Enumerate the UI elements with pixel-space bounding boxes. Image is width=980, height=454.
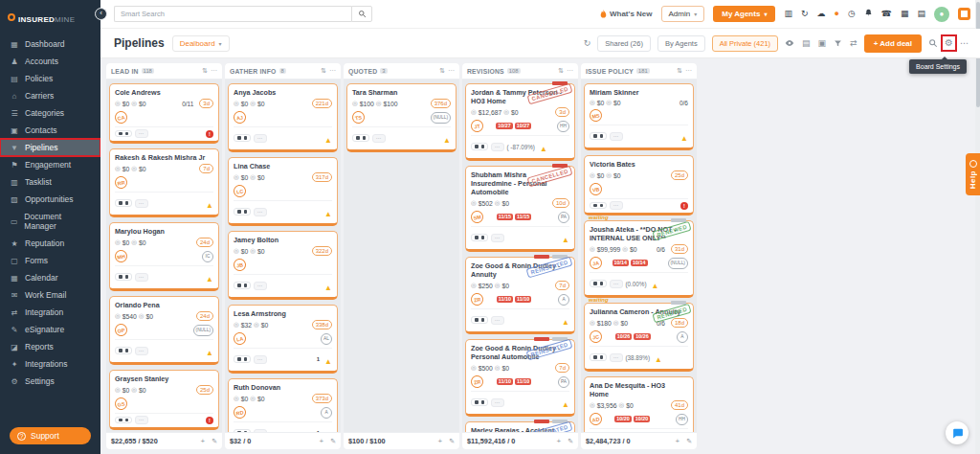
edit-column-icon[interactable]: ✎ [568,438,573,445]
column-more-icon[interactable]: ⋯ [448,67,455,75]
shared-filter-button[interactable]: Shared (26) [597,35,651,52]
card-action-icons[interactable] [471,316,488,324]
gear-icon[interactable]: ⚙ [945,38,953,48]
card-more-icon[interactable]: ⋯ [610,280,623,288]
refresh-icon[interactable]: ↻ [584,39,591,48]
phone-icon[interactable]: ☎ [881,10,892,18]
card-action-icons[interactable] [115,417,132,424]
card-more-icon[interactable]: ⋯ [135,416,148,424]
sort-icon[interactable]: ⇅ [558,67,564,75]
sidebar-item-integration[interactable]: ⇄Integration [0,304,100,321]
deal-card[interactable]: Miriam Skinner◎$0◎$00/6MS⋯▲ [584,83,694,150]
column-more-icon[interactable]: ⋯ [567,67,573,75]
sync-icon[interactable]: ↻ [801,10,809,18]
deal-card[interactable]: Tara Sharman◎$100◎$100376dTS(NULL)⋯▲ [346,83,457,152]
status-dot-icon[interactable]: ● [834,10,838,18]
deal-card[interactable]: Lina Chase◎$0◎$0317dLC⋯▲ [228,157,338,226]
admin-dropdown[interactable]: Admin ▾ [661,6,705,22]
sidebar-item-settings[interactable]: ⚙Settings [0,373,100,390]
sidebar-item-work-email[interactable]: ✉Work Email [0,286,100,304]
card-more-icon[interactable]: ⋯ [491,234,504,242]
column-more-icon[interactable]: ⋯ [685,67,692,75]
card-action-icons[interactable] [590,202,607,210]
card-action-icons[interactable] [471,143,488,150]
sidebar-item-integrations[interactable]: ✦Integrations [0,355,100,373]
add-card-icon[interactable]: + [200,437,205,445]
add-card-icon[interactable]: + [437,437,442,445]
all-private-filter-button[interactable]: All Private (421) [712,35,778,52]
edit-column-icon[interactable]: ✎ [330,438,336,445]
sidebar-item-reports[interactable]: ◪Reports [0,338,100,355]
deal-card[interactable]: waitingRENEWEDJulianna Cameron - Annuity… [584,303,694,372]
card-more-icon[interactable]: ⋯ [254,355,267,364]
card-action-icons[interactable] [471,398,488,406]
card-more-icon[interactable]: ⋯ [610,132,623,141]
bell-icon[interactable] [864,9,873,19]
column-more-icon[interactable]: ⋯ [211,67,217,75]
deal-card[interactable]: Orlando Pena◎$540◎$024dOP(NULL)⋯▲ [109,296,219,365]
deal-card[interactable]: Victoria Bates◎$0◎$025dVB⋯! [584,155,694,216]
sidebar-item-tasklist[interactable]: ▥Tasklist [0,173,100,191]
card-action-icons[interactable] [234,208,251,216]
edit-column-icon[interactable]: ✎ [686,438,692,445]
by-agents-filter-button[interactable]: By Agents [657,35,705,52]
card-action-icons[interactable] [352,134,369,142]
column-more-icon[interactable]: ⋯ [329,67,336,75]
card-view-icon[interactable]: ▤ [802,39,811,48]
add-deal-button[interactable]: + Add deal [864,34,922,53]
deal-card[interactable]: CANCELLEDShubham Mishra Insuredmine - Pe… [465,166,575,252]
card-action-icons[interactable] [590,353,607,361]
deal-card[interactable]: REINSTATEDMarley Barajas - Accident◎$150… [465,421,575,432]
help-tab[interactable]: Help [966,153,980,195]
sidebar-item-dashboard[interactable]: ▦Dashboard [0,35,100,53]
sidebar-collapse-toggle[interactable]: ‹ [95,8,107,20]
deal-card[interactable]: CANCELLEDJordan & Tammy Peterson - HO3 H… [465,83,575,161]
sidebar-item-esignature[interactable]: ✎eSignature [0,321,100,338]
deal-card[interactable]: Jamey Bolton◎$0◎$0322dJB⋯▲ [228,231,338,300]
deal-card[interactable]: waitingRENEWEDJousha Ateka - **DO NOT - … [584,220,694,298]
deal-card[interactable]: Anya Jacobs◎$0◎$0221dAJ⋯▲ [228,83,338,152]
card-action-icons[interactable] [234,429,251,432]
sort-icon[interactable]: ⇅ [677,67,682,75]
card-more-icon[interactable]: ⋯ [135,199,148,208]
deal-card[interactable]: REINSTATEDZoe Good & Ronin Dudley - Annu… [465,257,575,334]
search-input[interactable] [114,6,351,22]
card-action-icons[interactable] [234,282,251,289]
user-avatar[interactable]: ● [934,7,949,22]
card-action-icons[interactable] [590,132,607,140]
search-button[interactable] [351,6,372,22]
card-more-icon[interactable]: ⋯ [610,201,623,210]
apps-grid-icon[interactable]: ▦ [901,10,909,18]
board-search-icon[interactable] [928,38,938,48]
more-options-icon[interactable]: ⋯ [960,39,969,48]
chat-widget-button[interactable] [946,421,969,444]
sidebar-item-categories[interactable]: ☰Categories [0,104,100,122]
sort-icon[interactable]: ⇅ [202,67,208,75]
deal-card[interactable]: Cole Andrews◎$0◎$00/113dCA⋯! [109,83,219,144]
card-more-icon[interactable]: ⋯ [135,347,148,355]
card-more-icon[interactable]: ⋯ [135,273,148,282]
edit-column-icon[interactable]: ✎ [449,438,455,445]
card-more-icon[interactable]: ⋯ [254,134,267,143]
card-action-icons[interactable] [115,273,132,281]
my-agents-button[interactable]: My Agents ▾ [713,6,775,22]
clock-icon[interactable]: ◷ [848,10,856,18]
card-action-icons[interactable] [115,199,132,207]
deal-card[interactable]: Ana De Mesquita - HO3 Home◎$3,956◎$041dA… [584,376,694,432]
sidebar-item-policies[interactable]: ▤Policies [0,70,100,87]
card-more-icon[interactable]: ⋯ [491,143,504,151]
card-action-icons[interactable] [471,234,488,241]
sidebar-item-forms[interactable]: ▢Forms [0,252,100,269]
sidebar-item-carriers[interactable]: ⌂Carriers [0,87,100,104]
sidebar-item-contacts[interactable]: ▣Contacts [0,122,100,139]
sidebar-item-accounts[interactable]: ♟Accounts [0,53,100,70]
board-selector[interactable]: Dealboard ▾ [172,35,230,52]
sort-icon[interactable]: ⇅ [439,67,445,75]
card-action-icons[interactable] [115,130,132,138]
add-card-icon[interactable]: + [319,437,323,445]
deal-card[interactable]: Graysen Stanley◎$0◎$025dGS⋯! [109,370,219,430]
deal-card[interactable]: Rakesh & Rakesh Mishra Jr◎$0◎$07dRR⋯▲ [109,148,219,217]
sort-icon[interactable]: ⇅ [321,67,326,75]
card-more-icon[interactable]: ⋯ [491,398,504,407]
cloud-upload-icon[interactable]: ☁ [816,10,825,18]
